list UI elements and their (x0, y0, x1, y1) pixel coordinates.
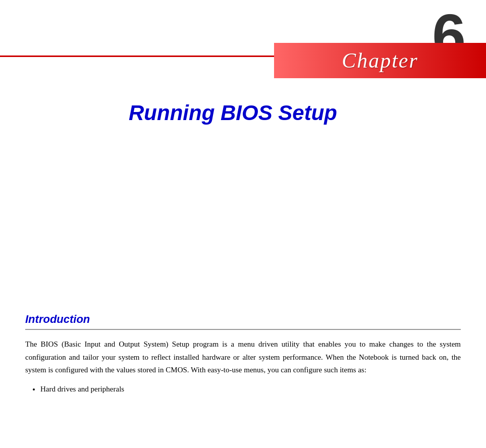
introduction-heading: Introduction (25, 313, 461, 326)
introduction-divider (25, 329, 461, 330)
chapter-banner: Chapter (274, 43, 486, 78)
main-title: Running BIOS Setup (0, 101, 466, 125)
introduction-section: Introduction The BIOS (Basic Input and O… (25, 313, 461, 396)
bullet-list: Hard drives and peripherals (40, 383, 461, 396)
page-container: 6 Chapter Running BIOS Setup Introductio… (0, 0, 486, 448)
introduction-paragraph: The BIOS (Basic Input and Output System)… (25, 338, 461, 377)
list-item: Hard drives and peripherals (40, 383, 461, 396)
chapter-banner-text: Chapter (342, 48, 418, 73)
